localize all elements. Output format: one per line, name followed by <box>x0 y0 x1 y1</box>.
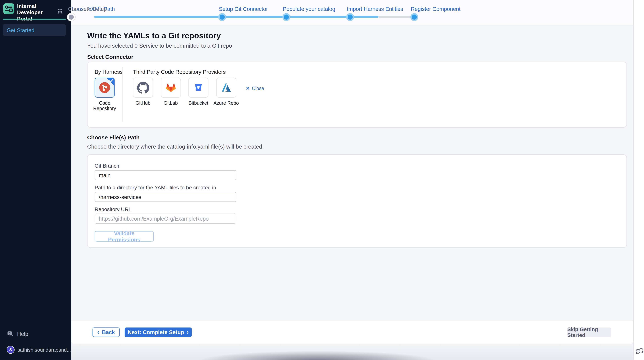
connector-option-gitlab: GitLab <box>161 78 181 106</box>
avatar: S <box>6 346 14 354</box>
page-subtitle: You have selected 0 Service to be commit… <box>87 43 232 49</box>
gitlab-tile-label: GitLab <box>164 101 178 106</box>
chat-bubbles-icon <box>635 346 644 355</box>
yaml-directory-label: Path to a directory for the YAML files t… <box>95 185 216 191</box>
by-harness-label: By Harness <box>95 69 123 75</box>
bottom-shadow <box>188 350 446 360</box>
gitlab-tile[interactable] <box>161 78 181 98</box>
sidebar-item-get-started[interactable]: Get Started <box>3 24 66 36</box>
step-label[interactable]: Complete Setup <box>68 6 107 12</box>
sidebar-accent-divider <box>3 19 66 20</box>
validate-permissions-label: Validate Permissions <box>98 230 151 243</box>
step-dot[interactable] <box>348 14 353 19</box>
step-label[interactable]: Populate your catalog <box>283 6 335 12</box>
stepper-remaining-line <box>378 16 414 18</box>
yaml-directory-input[interactable] <box>95 192 236 202</box>
next-label: Next: Complete Setup <box>128 329 184 335</box>
github-tile[interactable] <box>133 78 153 98</box>
stepper-progress-line <box>94 16 378 18</box>
sidebar: Internal Developer Portal Get Started ? … <box>0 0 71 360</box>
third-party-providers-row: GitHub GitLab <box>133 78 236 106</box>
azure-repo-tile-label: Azure Repo <box>214 101 239 106</box>
back-button[interactable]: ‹ Back <box>92 327 120 337</box>
bitbucket-icon <box>193 82 204 93</box>
get-started-label: Get Started <box>6 27 34 33</box>
user-name: sathish.soundarapand... <box>18 347 71 353</box>
gitlab-icon <box>165 82 176 93</box>
app-switcher-grid-icon[interactable] <box>58 8 62 16</box>
bottom-strip <box>71 344 633 360</box>
github-icon <box>137 82 149 94</box>
skip-label: Skip Getting Started <box>567 326 611 338</box>
bitbucket-tile[interactable] <box>188 78 208 98</box>
step-dot[interactable] <box>69 14 74 19</box>
close-connector-picker[interactable]: ✕ Close <box>246 86 264 91</box>
step-label[interactable]: Import Harness Entities <box>347 6 403 12</box>
connector-option-code-repository: Code Repository <box>95 78 115 111</box>
choose-files-path-description: Choose the directory where the catalog-i… <box>87 143 264 150</box>
code-repository-tile[interactable] <box>95 78 115 98</box>
wizard-stepper-bar: Setup Git Connector Populate your catalo… <box>71 0 633 25</box>
repository-url-label: Repository URL <box>95 207 132 212</box>
user-menu[interactable]: S sathish.soundarapand... <box>6 346 71 354</box>
git-branch-input[interactable] <box>95 170 236 180</box>
choose-files-path-label: Choose File(s) Path <box>87 134 140 141</box>
github-tile-label: GitHub <box>136 101 150 106</box>
close-icon: ✕ <box>246 86 250 91</box>
file-path-form-card: Git Branch Path to a directory for the Y… <box>87 154 627 248</box>
select-connector-label: Select Connector <box>87 54 134 60</box>
help-chat-icon: ? <box>7 331 14 337</box>
app-root: Internal Developer Portal Get Started ? … <box>0 0 644 360</box>
connector-option-bitbucket: Bitbucket <box>188 78 208 106</box>
code-repository-tile-label: Code Repository <box>90 101 120 112</box>
harness-idp-logo-icon <box>3 3 14 14</box>
check-icon <box>109 79 113 83</box>
repository-url-input[interactable] <box>95 214 236 224</box>
azure-icon <box>220 82 232 93</box>
step-label[interactable]: Register Component <box>411 6 460 12</box>
step-dot[interactable] <box>412 14 417 19</box>
avatar-initial: S <box>9 347 12 352</box>
close-label: Close <box>252 86 264 91</box>
next-complete-setup-button[interactable]: Next: Complete Setup › <box>124 327 192 337</box>
skip-getting-started-button[interactable]: Skip Getting Started <box>567 327 611 337</box>
connector-option-azure-repo: Azure Repo <box>216 78 236 106</box>
third-party-label: Third Party Code Repository Providers <box>133 69 226 75</box>
connector-option-github: GitHub <box>133 78 153 106</box>
right-scroll-gutter <box>633 0 644 360</box>
step-dot[interactable] <box>220 14 225 19</box>
page-title: Write the YAMLs to a Git repository <box>87 31 221 40</box>
main-content: Write the YAMLs to a Git repository You … <box>71 25 633 321</box>
svg-text:?: ? <box>9 332 11 335</box>
chevron-right-icon: › <box>186 329 188 335</box>
help-button[interactable]: ? Help <box>7 331 28 337</box>
connector-card: By Harness Third Party Code Repository P… <box>87 62 627 128</box>
column-divider <box>122 67 122 122</box>
azure-repo-tile[interactable] <box>216 78 236 98</box>
step-label[interactable]: Setup Git Connector <box>219 6 268 12</box>
back-label: Back <box>102 329 115 335</box>
help-label: Help <box>17 331 28 337</box>
wizard-footer: ‹ Back Next: Complete Setup › Skip Getti… <box>71 321 633 344</box>
git-branch-label: Git Branch <box>95 163 119 169</box>
step-dot[interactable] <box>284 14 289 19</box>
chat-widget-button[interactable] <box>635 346 644 355</box>
bitbucket-tile-label: Bitbucket <box>188 101 208 106</box>
chevron-left-icon: ‹ <box>97 329 100 335</box>
validate-permissions-button[interactable]: Validate Permissions <box>95 231 154 242</box>
